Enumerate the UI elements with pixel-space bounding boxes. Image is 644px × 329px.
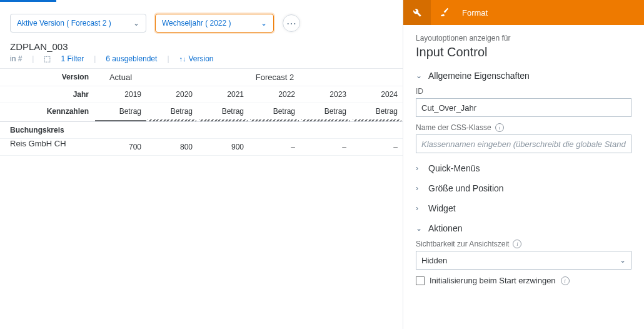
grid-header-version-label: Version	[0, 69, 95, 86]
chevron-down-icon: ⌄	[416, 224, 423, 233]
row-name: Reis GmbH CH	[0, 139, 95, 155]
chip-switch-year[interactable]: Wechseljahr ( 2022 ) ⌄	[155, 14, 274, 33]
designer-panel: Format Layoutoptionen anzeigen für Input…	[403, 0, 644, 329]
report-meta-row: in # | ⬚ 1 Filter | 6 ausgeblendet | ↑↓V…	[0, 53, 403, 68]
init-checkbox-label: Initialisierung beim Start erzwingen	[430, 276, 556, 285]
tab-tools[interactable]	[403, 0, 431, 25]
main-area: Aktive Version ( Forecast 2 ) ⌄ Wechselj…	[0, 0, 403, 329]
chevron-down-icon: ⌄	[133, 19, 139, 28]
css-field-label: Name der CSS-Klasse i	[416, 123, 631, 132]
meta-in-label: in #	[10, 54, 22, 63]
tab-format[interactable]	[431, 0, 458, 25]
wrench-icon	[412, 8, 422, 18]
chevron-right-icon: ›	[416, 164, 423, 173]
brush-icon	[440, 8, 450, 18]
chevron-right-icon: ›	[416, 204, 423, 213]
panel-body: Layoutoptionen anzeigen für Input Contro…	[403, 25, 644, 329]
grid-group-buchungskreis: Buchungskreis	[0, 122, 403, 139]
visibility-select-value: Hidden	[421, 256, 447, 265]
init-checkbox-row: Initialisierung beim Start erzwingen i	[416, 276, 631, 285]
chip-active-version[interactable]: Aktive Version ( Forecast 2 ) ⌄	[10, 14, 146, 33]
grid-header-measures-label: Kennzahlen	[0, 103, 95, 121]
grid-version-actual: Actual	[95, 69, 146, 86]
section-quick-menus-header[interactable]: › Quick-Menüs	[416, 163, 631, 173]
grid-header-year-label: Jahr	[0, 86, 95, 103]
info-icon[interactable]: i	[561, 276, 570, 285]
meta-filter-link[interactable]: 1 Filter	[61, 54, 84, 63]
chevron-down-icon: ⌄	[620, 256, 626, 265]
info-icon[interactable]: i	[513, 240, 521, 248]
grid-header-year: Jahr 2019 2020 2021 2022 2023 2024	[0, 86, 403, 103]
report-title: ZDPLAN_003	[0, 33, 403, 53]
data-grid: Version Actual Forecast 2 Jahr 2019 2020…	[0, 68, 403, 156]
format-label: Format	[462, 8, 488, 18]
panel-header: Format	[403, 0, 644, 25]
section-size-position-header[interactable]: › Größe und Position	[416, 183, 631, 193]
id-input[interactable]	[416, 98, 631, 117]
section-widget-header[interactable]: › Widget	[416, 203, 631, 213]
sort-icon: ↑↓	[179, 55, 186, 63]
visibility-select[interactable]: Hidden ⌄	[416, 251, 631, 270]
visibility-field-label: Sichtbarkeit zur Ansichtszeit i	[416, 240, 631, 248]
meta-hidden-link[interactable]: 6 ausgeblendet	[106, 54, 157, 63]
filter-chip-row: Aktive Version ( Forecast 2 ) ⌄ Wechselj…	[0, 14, 403, 33]
section-actions: ⌄ Aktionen Sichtbarkeit zur Ansichtszeit…	[416, 223, 631, 285]
section-actions-header[interactable]: ⌄ Aktionen	[416, 223, 631, 233]
chevron-down-icon: ⌄	[261, 19, 267, 28]
layout-for-label: Layoutoptionen anzeigen für	[416, 34, 631, 43]
dots-icon: ⋯	[286, 18, 296, 29]
meta-version-sort[interactable]: ↑↓Version	[179, 54, 214, 63]
section-widget: › Widget	[416, 203, 631, 213]
chevron-right-icon: ›	[416, 184, 423, 193]
grid-group-label: Buchungskreis	[0, 122, 95, 138]
control-title: Input Control	[416, 45, 631, 59]
grid-header-measures: Kennzahlen Betrag Betrag Betrag Betrag B…	[0, 103, 403, 122]
info-icon[interactable]: i	[495, 123, 504, 132]
section-general-header[interactable]: ⌄ Allgemeine Eigenschaften	[416, 71, 631, 81]
chevron-down-icon: ⌄	[416, 71, 423, 80]
chip-active-version-label: Aktive Version ( Forecast 2 )	[17, 19, 111, 28]
section-general: ⌄ Allgemeine Eigenschaften ID Name der C…	[416, 71, 631, 153]
table-row: Reis GmbH CH 700 800 900 – – –	[0, 139, 403, 156]
grid-version-forecast: Forecast 2	[146, 69, 403, 86]
grid-header-version: Version Actual Forecast 2	[0, 69, 403, 86]
cube-icon[interactable]: ⬚	[44, 54, 51, 63]
section-size-position: › Größe und Position	[416, 183, 631, 193]
css-class-input[interactable]	[416, 134, 631, 153]
init-checkbox[interactable]	[416, 276, 425, 285]
more-options-button[interactable]: ⋯	[283, 14, 300, 32]
section-quick-menus: › Quick-Menüs	[416, 163, 631, 173]
chip-switch-year-label: Wechseljahr ( 2022 )	[162, 19, 231, 28]
id-field-label: ID	[416, 87, 631, 96]
